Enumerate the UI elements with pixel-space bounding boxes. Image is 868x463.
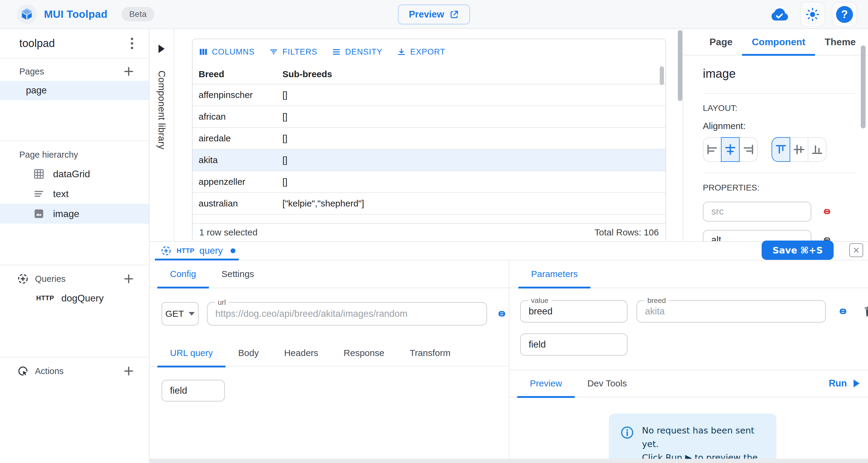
no-request-info-alert: No request has been sent yet. Click Run … (609, 413, 776, 463)
add-action-button[interactable] (123, 365, 134, 377)
query-icon (17, 273, 29, 285)
grid-row[interactable]: appenzeller [] (193, 171, 665, 193)
column-header-breed[interactable]: Breed (193, 69, 282, 79)
align-left-icon (706, 144, 718, 156)
save-button[interactable]: Save ⌘+S (762, 241, 834, 260)
tab-response[interactable]: Response (331, 339, 397, 367)
add-query-button[interactable] (123, 273, 134, 284)
hierarchy-item-label: image (53, 208, 79, 219)
columns-icon (198, 47, 208, 56)
cell-sub-breeds: [] (282, 133, 665, 144)
column-header-sub-breeds[interactable]: Sub-breeds (282, 69, 665, 79)
http-badge: HTTP (177, 247, 194, 255)
align-bottom-icon (811, 144, 823, 156)
cloud-synced-icon (769, 7, 789, 22)
grid-selection-status: 1 row selected (199, 227, 257, 238)
tab-parameters[interactable]: Parameters (518, 260, 590, 288)
tab-body[interactable]: Body (225, 339, 271, 367)
query-editor-panel: HTTP query Save ⌘+S Config Settings GET (150, 241, 868, 459)
align-left-button[interactable] (703, 137, 721, 162)
tab-dev-tools[interactable]: Dev Tools (575, 370, 640, 397)
cell-breed: akita (193, 155, 282, 165)
horizontal-scrollbar-track[interactable] (150, 459, 868, 463)
project-menu-button[interactable] (128, 35, 135, 52)
align-right-button[interactable] (739, 137, 758, 162)
delete-param-button[interactable] (863, 305, 868, 318)
horizontal-alignment-group (703, 137, 758, 162)
cell-breed: appenzeller (193, 177, 282, 187)
src-input[interactable]: src (703, 202, 811, 221)
help-button[interactable]: ? (832, 2, 857, 27)
actions-icon (17, 365, 29, 377)
tab-preview[interactable]: Preview (517, 370, 575, 397)
toolbar-button-label: DENSITY (345, 47, 382, 57)
align-center-horizontal-button[interactable] (721, 137, 740, 162)
actions-section-label: Actions (35, 366, 64, 376)
param-value-input[interactable]: breed akita (637, 300, 826, 322)
tab-headers[interactable]: Headers (272, 339, 331, 367)
tab-component[interactable]: Component (742, 29, 815, 55)
param-name-input[interactable]: value breed (520, 300, 627, 322)
http-method-select[interactable]: GET (161, 302, 198, 326)
url-query-field-input[interactable]: field (161, 380, 225, 402)
component-library-label[interactable]: Component library (156, 70, 167, 150)
image-icon (33, 208, 44, 219)
url-input[interactable]: url https://dog.ceo/api/breed/akita/imag… (207, 302, 487, 326)
grid-header-row[interactable]: Breed Sub-breeds (193, 64, 665, 84)
grid-row[interactable]: airedale [] (193, 128, 665, 150)
chevron-down-icon (189, 312, 195, 316)
tab-config[interactable]: Config (157, 260, 209, 288)
cell-sub-breeds: [] (282, 112, 665, 122)
help-icon: ? (836, 6, 853, 23)
external-link-icon (450, 10, 459, 19)
toolbar-button-label: FILTERS (282, 47, 317, 57)
preview-button[interactable]: Preview (398, 4, 470, 24)
grid-columns-button[interactable]: COLUMNS (198, 47, 255, 57)
hierarchy-item-label: dataGrid (53, 168, 90, 180)
align-top-button[interactable] (772, 137, 790, 162)
query-item-dogquery[interactable]: HTTP dogQuery (0, 288, 149, 308)
sidebar-item-page[interactable]: page (0, 81, 149, 100)
app-title: MUI Toolpad (44, 8, 107, 20)
query-icon (160, 245, 172, 256)
grid-row-selected[interactable]: akita [] (193, 150, 665, 171)
grid-filters-button[interactable]: FILTERS (269, 47, 317, 57)
cell-breed: australian (193, 198, 282, 209)
canvas-scrollbar[interactable] (678, 30, 682, 241)
param-new-input[interactable]: field (520, 333, 627, 356)
tab-theme[interactable]: Theme (815, 29, 865, 55)
align-bottom-button[interactable] (808, 137, 827, 162)
run-button[interactable]: Run (829, 378, 860, 389)
tab-url-query[interactable]: URL query (157, 339, 225, 367)
tab-settings[interactable]: Settings (209, 260, 267, 288)
grid-density-button[interactable]: DENSITY (332, 47, 382, 57)
datagrid-component[interactable]: COLUMNS FILTERS DENSITY EXPORT (192, 38, 666, 241)
param-name-value: breed (529, 306, 553, 317)
url-binding-link-icon[interactable] (495, 307, 509, 321)
expand-component-library-icon[interactable] (158, 44, 164, 53)
align-center-vertical-button[interactable] (789, 137, 808, 162)
tab-transform[interactable]: Transform (397, 339, 463, 367)
close-query-editor-button[interactable] (849, 243, 863, 257)
add-page-button[interactable] (123, 66, 134, 77)
param-binding-link-icon[interactable] (836, 304, 850, 318)
inspector-panel: Page Component Theme image LAYOUT: Align… (683, 29, 868, 241)
inspector-scrollbar[interactable] (861, 45, 866, 128)
query-editor-tab[interactable]: HTTP query (150, 245, 236, 256)
hierarchy-item-datagrid[interactable]: dataGrid (0, 164, 149, 184)
grid-row[interactable]: australian ["kelpie","shepherd"] (193, 193, 665, 215)
text-icon (33, 188, 44, 199)
page-canvas: COLUMNS FILTERS DENSITY EXPORT (174, 29, 678, 241)
grid-row[interactable]: african [] (193, 106, 665, 128)
hierarchy-item-text[interactable]: text (0, 184, 149, 204)
toolbar-button-label: COLUMNS (212, 47, 255, 57)
grid-export-button[interactable]: EXPORT (397, 47, 445, 57)
hierarchy-item-image[interactable]: image (0, 204, 149, 224)
tab-page[interactable]: Page (700, 29, 742, 55)
param-name-label: value (528, 296, 551, 305)
theme-toggle-button[interactable] (800, 2, 825, 27)
src-binding-link-icon[interactable] (820, 205, 834, 218)
trash-icon (863, 305, 868, 318)
grid-row[interactable]: affenpinscher [] (193, 84, 665, 106)
grid-scrollbar[interactable] (660, 66, 664, 85)
